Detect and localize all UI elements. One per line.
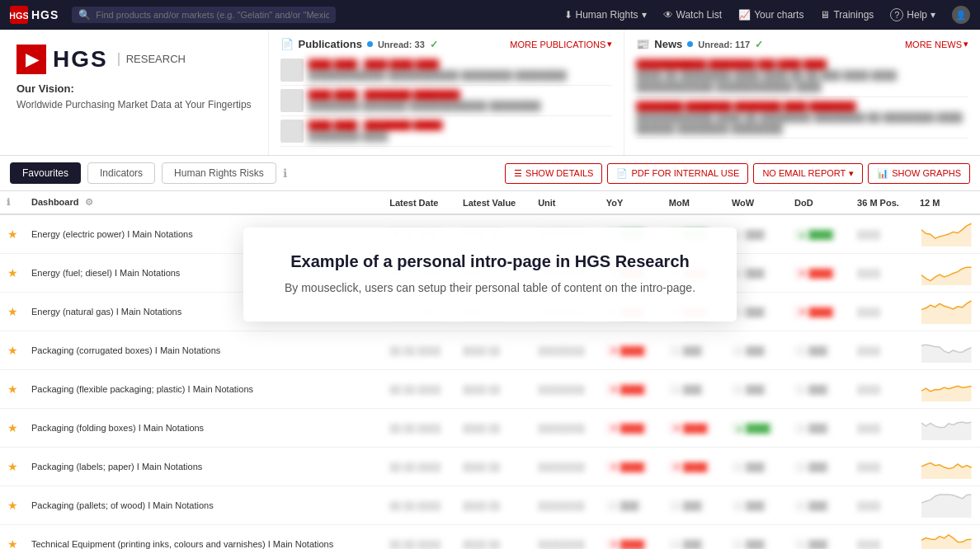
col-mom: MoM: [662, 191, 725, 214]
36m-pos-value: ████: [850, 448, 913, 486]
dod-value: — ███: [788, 486, 850, 525]
wow-value: — ███: [725, 486, 788, 525]
table-row[interactable]: ★Packaging (pallets; of wood) I Main Not…: [0, 486, 980, 525]
chevron-down-icon: ▾: [964, 39, 968, 49]
latest-date: ██.██.████: [383, 486, 456, 525]
pdf-icon: 📄: [616, 168, 628, 179]
latest-value: ████ ██: [456, 448, 531, 486]
table-row[interactable]: ★Energy (fuel; diesel) I Main Notations█…: [0, 254, 980, 293]
table-row[interactable]: ★Packaging (folding boxes) I Main Notati…: [0, 409, 980, 448]
publication-thumb: [280, 59, 304, 82]
mom-value: ▲ ████: [662, 214, 725, 254]
unread-dot: [687, 41, 693, 47]
chevron-down-icon: ▾: [642, 9, 647, 21]
star-icon[interactable]: ★: [0, 214, 25, 254]
unit: ████████: [531, 254, 600, 293]
hero-logo: ▶ HGS RESEARCH: [16, 45, 252, 74]
search-input[interactable]: [96, 10, 329, 20]
pdf-internal-button[interactable]: 📄 PDF FOR INTERNAL USE: [607, 163, 748, 184]
tab-indicators[interactable]: Indicators: [87, 162, 155, 184]
publication-item[interactable]: ████ ████ · ████ ████ ████ ████████████ …: [280, 55, 613, 86]
nav-trainings[interactable]: 🖥 Trainings: [820, 9, 874, 21]
logo-text: HGS: [31, 8, 59, 21]
star-icon[interactable]: ★: [0, 525, 25, 550]
no-email-report-button[interactable]: NO EMAIL REPORT ▾: [753, 163, 863, 184]
wow-value: — ███: [725, 254, 788, 293]
show-details-button[interactable]: ☰ SHOW DETAILS: [505, 163, 602, 184]
news-item[interactable]: ████████████ ████████ ███ ████ ████ ████…: [636, 55, 968, 97]
row-name[interactable]: Packaging (labels; paper) I Main Notatio…: [25, 448, 383, 486]
latest-date: ██.██.████: [383, 525, 456, 550]
table-row[interactable]: ★Packaging (corrugated boxes) I Main Not…: [0, 331, 980, 370]
star-icon[interactable]: ★: [0, 331, 25, 370]
col-yoy: YoY: [600, 191, 662, 214]
filter-icon[interactable]: ⚙: [85, 197, 93, 207]
star-icon[interactable]: ★: [0, 486, 25, 525]
publication-thumb: [280, 120, 304, 143]
more-publications-link[interactable]: MORE PUBLICATIONS ▾: [510, 39, 612, 49]
row-name[interactable]: Energy (natural gas) I Main Notations: [25, 293, 383, 331]
sparkline-chart: [913, 525, 980, 550]
yoy-value: ▼ ████: [600, 409, 662, 448]
logo: HGS HGS: [10, 6, 59, 24]
info-header-icon[interactable]: ℹ: [7, 197, 10, 207]
publication-item[interactable]: ████ ████ · ████████ █████ ████████ ████: [280, 116, 613, 147]
table-row[interactable]: ★Packaging (flexible packaging; plastic)…: [0, 370, 980, 409]
download-icon: ⬇: [564, 9, 572, 21]
row-name[interactable]: Technical Equipment (printing inks, colo…: [25, 525, 383, 550]
yoy-value: ▼ ████: [600, 448, 662, 486]
graph-icon: 📊: [877, 168, 888, 179]
search-bar[interactable]: 🔍: [72, 7, 336, 23]
top-navigation: HGS HGS 🔍 ⬇ Human Rights ▾ 👁 Watch List …: [0, 0, 980, 30]
toolbar-actions: ☰ SHOW DETAILS 📄 PDF FOR INTERNAL USE NO…: [505, 163, 970, 184]
mom-value: ▼ ████: [662, 409, 725, 448]
tab-favourites[interactable]: Favourites: [10, 162, 81, 184]
details-icon: ☰: [514, 168, 522, 179]
screen-icon: 🖥: [820, 9, 830, 21]
row-name[interactable]: Energy (electric power) I Main Notations: [25, 214, 383, 254]
table-row[interactable]: ★Technical Equipment (printing inks, col…: [0, 525, 980, 550]
latest-date: ██.██.████: [383, 448, 456, 486]
user-avatar[interactable]: 👤: [952, 6, 970, 24]
wow-value: — ███: [725, 448, 788, 486]
row-name[interactable]: Packaging (flexible packaging; plastic) …: [25, 370, 383, 409]
nav-human-rights[interactable]: ⬇ Human Rights ▾: [564, 9, 647, 21]
star-icon[interactable]: ★: [0, 409, 25, 448]
svg-text:HGS: HGS: [10, 11, 28, 21]
nav-watch-list[interactable]: 👁 Watch List: [663, 9, 723, 21]
table-row[interactable]: ★Energy (natural gas) I Main Notations██…: [0, 293, 980, 331]
dod-value: — ███: [788, 525, 850, 550]
nav-help[interactable]: ? Help ▾: [890, 8, 935, 21]
wow-value: — ███: [725, 525, 788, 550]
yoy-value: ▼ ████: [600, 370, 662, 409]
brand-panel: ▶ HGS RESEARCH Our Vision: Worldwide Pur…: [0, 30, 269, 155]
star-icon[interactable]: ★: [0, 293, 25, 331]
hero-section: ▶ HGS RESEARCH Our Vision: Worldwide Pur…: [0, 30, 980, 156]
more-news-link[interactable]: MORE NEWS ▾: [905, 39, 968, 49]
row-name[interactable]: Packaging (folding boxes) I Main Notatio…: [25, 409, 383, 448]
mom-value: — ███: [662, 525, 725, 550]
latest-date: ██.██.████: [383, 293, 456, 331]
info-icon[interactable]: ℹ: [283, 167, 287, 180]
nav-your-charts[interactable]: 📈 Your charts: [738, 9, 803, 21]
sparkline-chart: [913, 254, 980, 293]
36m-pos-value: ████: [850, 293, 913, 331]
tab-human-rights-risks[interactable]: Human Rights Risks: [162, 162, 276, 184]
sparkline-chart: [913, 331, 980, 370]
person-icon: 👤: [955, 10, 967, 21]
news-item[interactable]: ████████ ████████ ████████ ████ ████████…: [636, 97, 968, 139]
star-icon[interactable]: ★: [0, 254, 25, 293]
publication-item[interactable]: ████ ████ · ████████ ████████ ████████ █…: [280, 86, 613, 116]
row-name[interactable]: Energy (fuel; diesel) I Main Notations: [25, 254, 383, 293]
show-graphs-button[interactable]: 📊 SHOW GRAPHS: [868, 163, 970, 184]
star-icon[interactable]: ★: [0, 370, 25, 409]
col-wow: WoW: [725, 191, 788, 214]
star-icon[interactable]: ★: [0, 448, 25, 486]
table-row[interactable]: ★Packaging (labels; paper) I Main Notati…: [0, 448, 980, 486]
row-name[interactable]: Packaging (corrugated boxes) I Main Nota…: [25, 331, 383, 370]
table-row[interactable]: ★Energy (electric power) I Main Notation…: [0, 214, 980, 254]
wow-value: — ███: [725, 370, 788, 409]
latest-value: ████ ██: [456, 409, 531, 448]
latest-value: ████ ██: [456, 214, 531, 254]
row-name[interactable]: Packaging (pallets; of wood) I Main Nota…: [25, 486, 383, 525]
